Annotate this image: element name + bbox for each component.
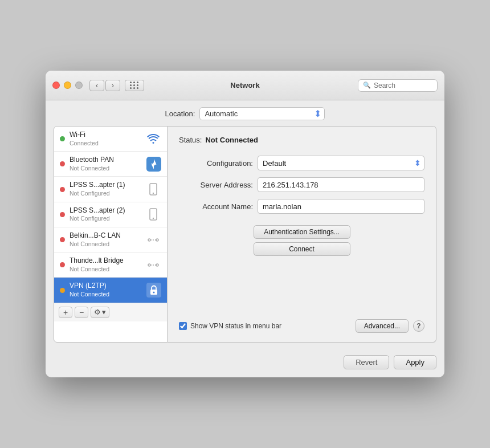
sidebar-item-bluetooth-name: Bluetooth PAN (70, 156, 142, 165)
phone-icon-lpss2 (145, 206, 161, 222)
status-dot-wifi (60, 136, 65, 141)
status-dot-thunderbolt (60, 262, 65, 267)
sidebar-item-wifi[interactable]: Wi-Fi Connected (54, 127, 167, 152)
sidebar-footer: + − ⚙ ▾ (54, 303, 167, 321)
status-value: Not Connected (205, 136, 258, 144)
configuration-select-wrapper: Default ⬍ (258, 156, 424, 170)
configuration-select[interactable]: Default (258, 156, 424, 170)
sidebar-item-lpss2-name: LPSS S...apter (2) (70, 206, 141, 215)
maximize-button[interactable] (75, 82, 83, 89)
server-address-label: Server Address: (179, 181, 253, 189)
sidebar-item-thunderbolt-name: Thunde...lt Bridge (70, 256, 141, 266)
wifi-icon (145, 131, 161, 147)
configuration-row: Configuration: Default ⬍ (179, 156, 424, 170)
svg-point-11 (153, 292, 155, 294)
search-icon: 🔍 (363, 82, 371, 89)
apply-button[interactable]: Apply (394, 355, 436, 369)
grid-button[interactable] (125, 80, 144, 91)
sidebar-list: Wi-Fi Connected (54, 127, 167, 303)
advanced-button[interactable]: Advanced... (356, 319, 409, 333)
sidebar-item-lpss1-name: LPSS S...apter (1) (70, 181, 141, 190)
forward-button[interactable]: › (105, 80, 120, 91)
main-window: ‹ › Network 🔍 Location: Automatic ⬍ (46, 71, 444, 377)
sidebar-item-lpss1[interactable]: LPSS S...apter (1) Not Configured (54, 177, 167, 202)
server-address-row: Server Address: (179, 177, 424, 192)
close-button[interactable] (52, 82, 60, 89)
bluetooth-icon (146, 157, 161, 172)
show-vpn-checkbox[interactable] (179, 322, 187, 330)
sidebar-item-lpss2-status: Not Configured (70, 215, 141, 223)
detail-bottom: Show VPN status in menu bar Advanced... … (179, 315, 424, 333)
status-dot-belkin (60, 237, 65, 242)
status-dot-lpss1 (60, 187, 65, 192)
show-vpn-label[interactable]: Show VPN status in menu bar (179, 322, 281, 330)
window-title: Network (230, 81, 259, 89)
titlebar: ‹ › Network 🔍 (46, 71, 444, 100)
sidebar-item-wifi-name: Wi-Fi (70, 131, 141, 140)
sidebar-item-belkin-name: Belkin...B-C LAN (70, 231, 141, 241)
search-box[interactable]: 🔍 (358, 79, 438, 92)
grid-icon (130, 82, 139, 89)
sidebar-item-belkin-status: Not Connected (70, 241, 141, 249)
sidebar-item-wifi-status: Connected (70, 140, 141, 148)
server-address-input[interactable] (258, 177, 424, 192)
sidebar-item-lpss2[interactable]: LPSS S...apter (2) Not Configured (54, 202, 167, 227)
action-buttons: Authentication Settings... Connect (179, 225, 424, 256)
remove-network-button[interactable]: − (75, 307, 88, 318)
gear-icon: ⚙ (94, 308, 101, 316)
authentication-settings-button[interactable]: Authentication Settings... (254, 225, 350, 239)
nav-buttons: ‹ › (89, 80, 120, 91)
svg-point-3 (153, 218, 154, 219)
sidebar: Wi-Fi Connected (54, 126, 168, 343)
add-network-button[interactable]: + (59, 307, 72, 318)
lan-icon-belkin (145, 232, 161, 248)
status-dot-bluetooth (60, 161, 65, 166)
detail-panel: Status: Not Connected Configuration: Def… (168, 126, 436, 343)
sidebar-item-thunderbolt[interactable]: Thunde...lt Bridge Not Connected (54, 252, 167, 278)
help-button[interactable]: ? (413, 320, 424, 332)
account-name-input[interactable] (258, 199, 424, 214)
account-name-row: Account Name: (179, 199, 424, 214)
location-bar: Location: Automatic ⬍ (46, 100, 444, 126)
lan-icon-thunderbolt (145, 257, 161, 273)
sidebar-item-vpn-name: VPN (L2TP) (70, 282, 142, 291)
location-select[interactable]: Automatic (199, 107, 325, 120)
search-input[interactable] (374, 82, 432, 89)
sidebar-item-bluetooth-status: Not Connected (70, 165, 142, 173)
main-content: Wi-Fi Connected (54, 126, 436, 343)
window-footer: Revert Apply (46, 351, 444, 377)
minimize-button[interactable] (64, 82, 71, 89)
revert-button[interactable]: Revert (344, 355, 389, 369)
sidebar-item-vpn[interactable]: VPN (L2TP) Not Connected (54, 278, 167, 302)
svg-point-4 (148, 239, 150, 241)
configuration-label: Configuration: (179, 159, 253, 168)
sidebar-item-bluetooth-pan[interactable]: Bluetooth PAN Not Connected (54, 152, 167, 177)
sidebar-item-lpss1-status: Not Configured (70, 190, 141, 198)
phone-icon-lpss1 (145, 181, 161, 197)
traffic-lights (52, 82, 83, 89)
gear-chevron-icon: ▾ (102, 308, 106, 316)
vpn-lock-icon (146, 283, 161, 298)
status-dot-vpn (60, 288, 65, 293)
account-name-label: Account Name: (179, 202, 253, 211)
network-gear-button[interactable]: ⚙ ▾ (91, 307, 109, 318)
svg-point-1 (153, 193, 154, 194)
location-label: Location: (165, 109, 195, 118)
back-button[interactable]: ‹ (89, 80, 104, 91)
svg-point-5 (156, 239, 158, 241)
svg-point-8 (156, 264, 158, 266)
sidebar-item-belkin[interactable]: Belkin...B-C LAN Not Connected (54, 227, 167, 252)
svg-point-7 (148, 264, 150, 266)
location-select-wrapper: Automatic ⬍ (199, 107, 325, 120)
status-label: Status: (179, 136, 202, 144)
show-vpn-text: Show VPN status in menu bar (190, 322, 281, 330)
sidebar-item-vpn-status: Not Connected (70, 291, 142, 299)
status-dot-lpss2 (60, 212, 65, 217)
sidebar-item-thunderbolt-status: Not Connected (70, 266, 141, 274)
connect-button[interactable]: Connect (254, 242, 350, 256)
status-row: Status: Not Connected (179, 136, 424, 144)
